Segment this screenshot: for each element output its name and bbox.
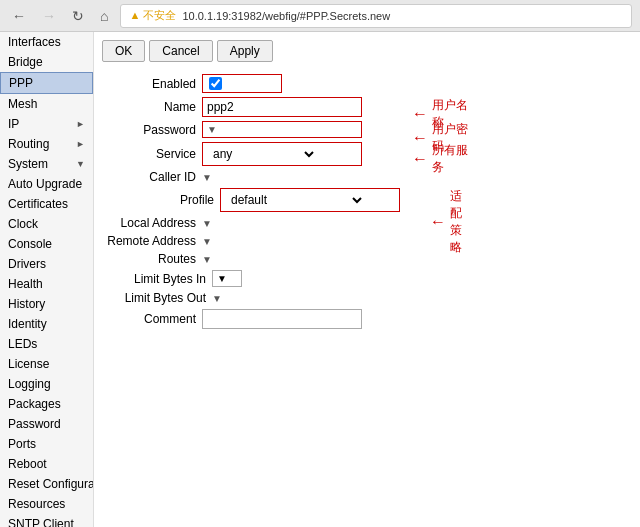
enabled-field-box [202,74,282,93]
comment-label: Comment [102,312,202,326]
enabled-checkbox[interactable] [209,77,222,90]
annotation-service: ← 所有服务 [412,142,472,176]
sidebar-item-sntp-client[interactable]: SNTP Client [0,514,93,527]
annotation-profile-text: 适配策略 [450,188,472,256]
sidebar-item-ip[interactable]: IP► [0,114,93,134]
page-area: OK Cancel Apply Enabled Name [94,32,640,527]
sidebar-item-bridge[interactable]: Bridge [0,52,93,72]
dropdown-arrow-icon: ▼ [207,124,217,135]
sidebar-item-mesh[interactable]: Mesh [0,94,93,114]
name-row: Name ← 用户名称 [102,97,472,117]
profile-label: Profile [120,193,220,207]
sidebar-item-history[interactable]: History [0,294,93,314]
sidebar-item-auto-upgrade[interactable]: Auto Upgrade [0,174,93,194]
sidebar-item-license[interactable]: License [0,354,93,374]
service-row: Service any pppoe pptp l2tp sstp ovpn as… [102,142,472,166]
sidebar-item-leds[interactable]: LEDs [0,334,93,354]
browser-chrome: ← → ↻ ⌂ ▲ 不安全 10.0.1.19:31982/webfig/#PP… [0,0,640,32]
sidebar-item-reboot[interactable]: Reboot [0,454,93,474]
routes-row: Routes ▼ [102,252,472,266]
limit-bytes-out-label: Limit Bytes Out [102,291,212,305]
toolbar: OK Cancel Apply [102,40,632,62]
cancel-button[interactable]: Cancel [149,40,212,62]
limit-bytes-in-label: Limit Bytes In [102,272,212,286]
sidebar-item-ppp[interactable]: PPP [0,72,93,94]
dropdown-arrow-icon: ▼ [202,218,212,229]
form-container: Enabled Name ← 用户名称 [102,74,632,329]
limit-bytes-out-row: Limit Bytes Out ▼ [102,291,472,305]
password-dropdown[interactable]: ▼ [202,121,362,138]
comment-field-cell [202,309,472,329]
local-address-row: Local Address ▼ [102,216,472,230]
main-content: Interfaces Bridge PPP Mesh IP► Routing► … [0,32,640,527]
sidebar-item-ports[interactable]: Ports [0,434,93,454]
comment-input[interactable] [202,309,362,329]
sidebar-item-resources[interactable]: Resources [0,494,93,514]
ok-button[interactable]: OK [102,40,145,62]
apply-button[interactable]: Apply [217,40,273,62]
sidebar-item-drivers[interactable]: Drivers [0,254,93,274]
password-row: Password ▼ ← 用户密码 [102,121,472,138]
arrow-icon: ► [76,139,85,149]
sidebar-item-reset-config[interactable]: Reset Configuration [0,474,93,494]
profile-select[interactable]: default [225,191,365,209]
forward-button[interactable]: → [38,6,60,26]
service-select[interactable]: any pppoe pptp l2tp sstp ovpn async [207,145,317,163]
limit-bytes-in-field-box[interactable]: ▼ [212,270,242,287]
remote-address-row: Remote Address ▼ [102,234,472,248]
sidebar-item-routing[interactable]: Routing► [0,134,93,154]
dropdown-arrow-icon: ▼ [212,293,222,304]
annotation-profile: ← 适配策略 [430,188,472,256]
service-field-box: any pppoe pptp l2tp sstp ovpn async [202,142,362,166]
name-input[interactable] [207,100,337,114]
remote-address-label: Remote Address [102,234,202,248]
limit-bytes-in-field-cell: ▼ [212,270,472,287]
comment-row: Comment [102,309,472,329]
limit-bytes-out-dropdown[interactable]: ▼ [212,293,472,304]
routes-label: Routes [102,252,202,266]
sidebar-item-health[interactable]: Health [0,274,93,294]
sidebar-item-password[interactable]: Password [0,414,93,434]
name-label: Name [102,100,202,114]
limit-bytes-out-field-cell: ▼ [212,293,472,304]
sidebar-item-logging[interactable]: Logging [0,374,93,394]
sidebar-item-certificates[interactable]: Certificates [0,194,93,214]
sidebar-item-system[interactable]: System▼ [0,154,93,174]
password-label: Password [102,123,202,137]
name-field-box [202,97,362,117]
profile-field-box: default [220,188,400,212]
annotation-service-text: 所有服务 [432,142,472,176]
service-label: Service [102,147,202,161]
address-bar[interactable]: ▲ 不安全 10.0.1.19:31982/webfig/#PPP.Secret… [120,4,632,28]
back-button[interactable]: ← [8,6,30,26]
limit-bytes-in-row: Limit Bytes In ▼ [102,270,472,287]
sidebar-item-identity[interactable]: Identity [0,314,93,334]
profile-row: Profile default ← 适配策略 [120,188,472,212]
local-address-label: Local Address [102,216,202,230]
dropdown-arrow-icon: ▼ [202,254,212,265]
arrow-icon: ► [76,119,85,129]
sidebar-item-packages[interactable]: Packages [0,394,93,414]
enabled-row: Enabled [102,74,472,93]
sidebar: Interfaces Bridge PPP Mesh IP► Routing► … [0,32,94,527]
insecure-badge: ▲ 不安全 [129,8,176,23]
dropdown-arrow-icon: ▼ [202,172,212,183]
enabled-label: Enabled [102,77,202,91]
dropdown-arrow-icon: ▼ [202,236,212,247]
sidebar-item-clock[interactable]: Clock [0,214,93,234]
dropdown-arrow-icon: ▼ [217,273,227,284]
arrow-left-icon: ← [430,213,446,231]
enabled-field-cell [202,74,472,93]
arrow-left-icon: ← [412,150,428,168]
reload-button[interactable]: ↻ [68,6,88,26]
sidebar-item-console[interactable]: Console [0,234,93,254]
home-button[interactable]: ⌂ [96,6,112,26]
arrow-icon: ▼ [76,159,85,169]
address-text: 10.0.1.19:31982/webfig/#PPP.Secrets.new [182,10,390,22]
sidebar-item-interfaces[interactable]: Interfaces [0,32,93,52]
caller-id-label: Caller ID [102,170,202,184]
